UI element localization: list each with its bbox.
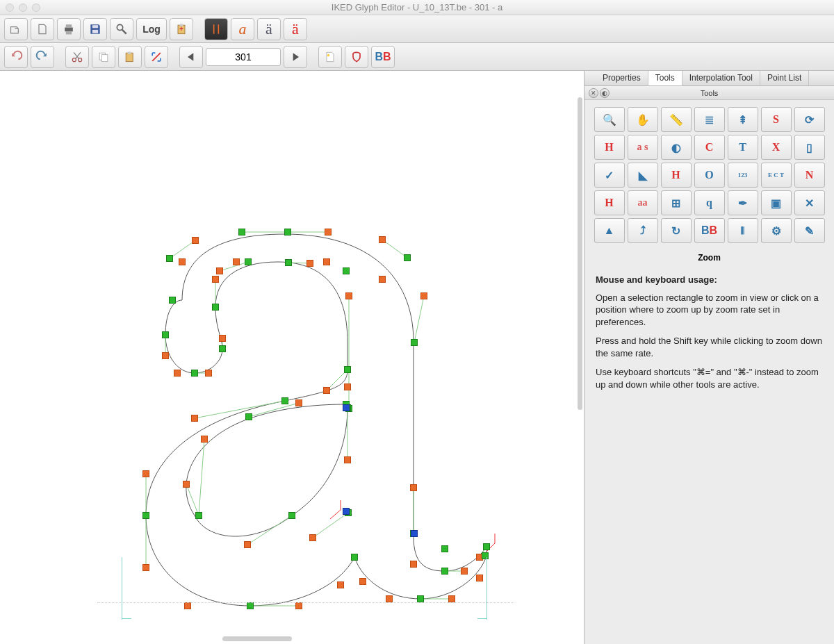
on-curve-point[interactable] — [484, 544, 490, 550]
corner-point[interactable] — [343, 509, 350, 515]
zoom-tool[interactable]: 🔍 — [594, 107, 625, 132]
shield-button[interactable] — [345, 46, 368, 68]
prev-glyph-button[interactable] — [179, 46, 203, 68]
off-curve-point[interactable] — [345, 457, 351, 463]
q-tool[interactable]: q — [694, 190, 725, 215]
h-red-tool[interactable]: H — [661, 163, 692, 188]
arrow-tool[interactable]: ▲ — [594, 218, 625, 243]
new-page-button[interactable] — [318, 46, 342, 68]
off-curve-point[interactable] — [192, 415, 198, 422]
off-curve-point[interactable] — [174, 370, 181, 377]
on-curve-point[interactable] — [289, 513, 295, 519]
off-curve-point[interactable] — [307, 261, 313, 267]
stem-tool[interactable]: ▯ — [794, 135, 825, 160]
off-curve-point[interactable] — [213, 276, 219, 283]
off-curve-point[interactable] — [234, 259, 240, 265]
shape-tool[interactable]: ◣ — [628, 163, 658, 188]
off-curve-point[interactable] — [245, 542, 251, 548]
off-curve-point[interactable] — [202, 436, 208, 443]
off-curve-point[interactable] — [217, 268, 223, 274]
on-curve-point[interactable] — [170, 297, 176, 304]
off-curve-point[interactable] — [346, 293, 352, 299]
on-curve-point[interactable] — [418, 596, 424, 602]
glyph-a-button[interactable]: a — [231, 18, 254, 40]
on-curve-point[interactable] — [192, 370, 198, 377]
minimize-icon[interactable] — [19, 3, 27, 12]
zoom-window-icon[interactable] — [32, 3, 40, 12]
on-curve-point[interactable] — [404, 255, 411, 261]
number-tool[interactable]: 123 — [728, 163, 758, 188]
window-controls[interactable] — [6, 3, 40, 12]
o-tool[interactable]: O — [694, 163, 725, 188]
off-curve-point[interactable] — [477, 575, 483, 581]
on-curve-point[interactable] — [345, 367, 351, 373]
glyph-index-input[interactable] — [206, 48, 281, 66]
off-curve-point[interactable] — [220, 336, 226, 342]
off-curve-point[interactable] — [360, 579, 366, 585]
undo-button[interactable] — [4, 46, 28, 68]
on-curve-point[interactable] — [247, 603, 254, 609]
horizontal-scrollbar[interactable] — [222, 636, 292, 641]
off-curve-point[interactable] — [296, 400, 302, 406]
off-curve-point[interactable] — [461, 568, 468, 575]
glyph-a-diaeresis-button[interactable]: ä — [257, 18, 281, 40]
on-curve-point[interactable] — [213, 304, 219, 311]
on-curve-point[interactable] — [282, 398, 288, 404]
off-curve-point[interactable] — [183, 481, 190, 488]
gear-tool[interactable]: ⚙ — [761, 218, 792, 243]
tab-tools[interactable]: Tools — [648, 71, 682, 85]
contrast-glyph-button[interactable] — [204, 18, 228, 40]
on-curve-point[interactable] — [286, 260, 292, 266]
h-guide-tool[interactable]: H — [594, 190, 625, 215]
bb-tool[interactable]: BB — [694, 218, 725, 243]
off-curve-point[interactable] — [193, 238, 199, 244]
off-curve-point[interactable] — [449, 596, 455, 602]
off-curve-point[interactable] — [379, 276, 386, 283]
on-curve-point[interactable] — [411, 340, 418, 346]
glyph-canvas[interactable] — [0, 71, 584, 644]
clipboard-button[interactable]: + — [170, 18, 193, 40]
off-curve-point[interactable] — [185, 603, 191, 609]
off-curve-point[interactable] — [143, 565, 149, 571]
on-curve-point[interactable] — [163, 332, 169, 338]
off-curve-point[interactable] — [143, 471, 149, 477]
vertical-scrollbar[interactable] — [578, 97, 582, 410]
off-curve-point[interactable] — [379, 237, 386, 243]
ect-tool[interactable]: E C T — [761, 163, 792, 188]
x-tool[interactable]: X — [761, 135, 792, 160]
copy-button[interactable] — [92, 46, 115, 68]
bb-button[interactable]: BB — [371, 46, 395, 68]
off-curve-point[interactable] — [296, 603, 302, 609]
next-glyph-button[interactable] — [284, 46, 307, 68]
log-button[interactable]: Log — [136, 18, 167, 40]
align-tool[interactable]: ⦀ — [728, 218, 758, 243]
on-curve-point[interactable] — [352, 554, 358, 561]
wrench-tool[interactable]: ✕ — [794, 190, 825, 215]
lines-tool[interactable]: ≣ — [694, 107, 725, 132]
save-button[interactable] — [83, 18, 107, 40]
on-curve-point[interactable] — [482, 553, 489, 559]
select-rect-tool[interactable]: ▣ — [761, 190, 792, 215]
on-curve-point[interactable] — [343, 268, 350, 274]
spiral-s-tool[interactable]: S — [761, 107, 792, 132]
print-button[interactable] — [57, 18, 81, 40]
off-curve-point[interactable] — [411, 485, 417, 491]
off-curve-point[interactable] — [386, 596, 393, 602]
off-curve-point[interactable] — [179, 259, 186, 265]
off-curve-point[interactable] — [325, 229, 332, 236]
corner-point[interactable] — [411, 531, 418, 537]
open-button[interactable] — [4, 18, 28, 40]
on-curve-point[interactable] — [167, 256, 173, 262]
tab-point-list[interactable]: Point List — [760, 71, 809, 85]
text-tool[interactable]: T — [728, 135, 758, 160]
close-icon[interactable] — [6, 3, 14, 12]
new-button[interactable] — [31, 18, 54, 40]
on-curve-point[interactable] — [196, 513, 202, 519]
rotate-tool[interactable]: ⟳ — [794, 107, 825, 132]
refresh-tool[interactable]: ↻ — [661, 218, 692, 243]
off-curve-point[interactable] — [163, 353, 169, 359]
redo-button[interactable] — [31, 46, 54, 68]
as-tool[interactable]: a s — [628, 135, 658, 160]
tab-interpolation[interactable]: Interpolation Tool — [682, 71, 760, 85]
c-tool[interactable]: C — [694, 135, 725, 160]
